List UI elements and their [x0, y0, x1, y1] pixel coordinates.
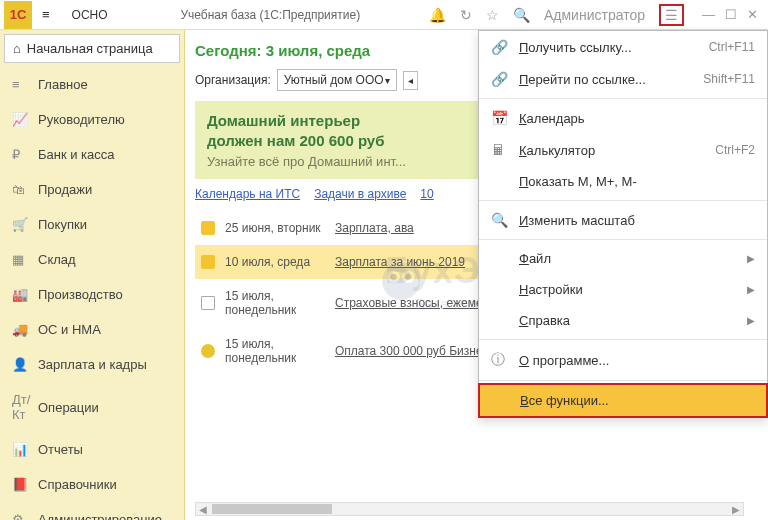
start-page-label: Начальная страница [27, 41, 153, 56]
sidebar-item[interactable]: ▦Склад [0, 242, 184, 277]
sidebar: ⌂ Начальная страница ≡Главное📈Руководите… [0, 30, 185, 520]
menu-item[interactable]: Показать M, M+, M- [479, 166, 767, 197]
menu-item-shortcut: Ctrl+F11 [709, 40, 755, 54]
task-status-icon [201, 255, 215, 269]
star-icon[interactable]: ☆ [486, 7, 499, 23]
menu-separator [479, 200, 767, 201]
window-title: Учебная база (1С:Предприятие) [120, 8, 421, 22]
sidebar-item-label: Производство [38, 287, 123, 302]
service-menu-button[interactable]: ☰ [659, 4, 684, 26]
close-icon[interactable]: ✕ [747, 7, 758, 22]
sidebar-item[interactable]: 📊Отчеты [0, 432, 184, 467]
sidebar-item[interactable]: ≡Главное [0, 67, 184, 102]
menu-item[interactable]: 🔗Перейти по ссылке...Shift+F11 [479, 63, 767, 95]
sidebar-item[interactable]: 🛒Покупки [0, 207, 184, 242]
scroll-left-icon[interactable]: ◀ [196, 504, 210, 515]
mode-label: ОСНО [60, 8, 120, 22]
sidebar-item-label: Покупки [38, 217, 87, 232]
chevron-down-icon: ▾ [385, 75, 390, 86]
search-icon[interactable]: 🔍 [513, 7, 530, 23]
menu-separator [479, 380, 767, 381]
menu-item[interactable]: ⓘО программе... [479, 343, 767, 377]
start-page-tab[interactable]: ⌂ Начальная страница [4, 34, 180, 63]
menu-item-icon: 🔗 [491, 39, 507, 55]
sidebar-item-icon: ▦ [12, 252, 28, 267]
horizontal-scrollbar[interactable]: ◀ ▶ [195, 502, 744, 516]
service-dropdown-menu: 🔗Получить ссылку...Ctrl+F11🔗Перейти по с… [478, 30, 768, 418]
link-its-calendar[interactable]: Календарь на ИТС [195, 187, 300, 201]
menu-item-icon: 🖩 [491, 142, 507, 158]
sidebar-item-icon: 🛒 [12, 217, 28, 232]
menu-item-label: Настройки [519, 282, 735, 297]
submenu-arrow-icon: ▶ [747, 253, 755, 264]
menu-item-icon: 📅 [491, 110, 507, 126]
sidebar-item-label: Банк и касса [38, 147, 115, 162]
menu-separator [479, 98, 767, 99]
menu-item-label: Перейти по ссылке... [519, 72, 691, 87]
menu-item-label: Изменить масштаб [519, 213, 755, 228]
sidebar-item-label: Операции [38, 400, 99, 415]
sidebar-item-label: Продажи [38, 182, 92, 197]
sidebar-item-label: Администрирование [38, 512, 162, 520]
scrollbar-thumb[interactable] [212, 504, 332, 514]
menu-item[interactable]: 📅Календарь [479, 102, 767, 134]
organization-select[interactable]: Уютный дом ООО ▾ [277, 69, 397, 91]
sidebar-item[interactable]: Дт/КтОперации [0, 382, 184, 432]
menu-item[interactable]: 🖩КалькуляторCtrl+F2 [479, 134, 767, 166]
menu-item-label: Получить ссылку... [519, 40, 697, 55]
sidebar-item-label: Руководителю [38, 112, 125, 127]
menu-item-label: Файл [519, 251, 735, 266]
history-icon[interactable]: ↻ [460, 7, 472, 23]
menu-item[interactable]: 🔗Получить ссылку...Ctrl+F11 [479, 31, 767, 63]
task-status-icon [201, 296, 215, 310]
sidebar-item-icon: 📈 [12, 112, 28, 127]
sidebar-item-icon: ₽ [12, 147, 28, 162]
menu-item-icon: 🔍 [491, 212, 507, 228]
menu-item-label: Калькулятор [519, 143, 703, 158]
task-link[interactable]: Зарплата, ава [335, 221, 414, 235]
sidebar-item[interactable]: 📈Руководителю [0, 102, 184, 137]
task-date: 15 июля, понедельник [225, 337, 325, 365]
scroll-right-icon[interactable]: ▶ [729, 504, 743, 515]
sidebar-item[interactable]: 🏭Производство [0, 277, 184, 312]
menu-item[interactable]: Справка▶ [479, 305, 767, 336]
maximize-icon[interactable]: ☐ [725, 7, 737, 22]
link-archive-count[interactable]: 10 [420, 187, 433, 201]
sidebar-item[interactable]: 📕Справочники [0, 467, 184, 502]
menu-separator [479, 339, 767, 340]
organization-value: Уютный дом ООО [284, 73, 384, 87]
task-link[interactable]: Зарплата за июнь 2019 [335, 255, 465, 269]
sidebar-item[interactable]: ⚙Администрирование [0, 502, 184, 520]
task-status-icon [201, 344, 215, 358]
sidebar-item[interactable]: 🚚ОС и НМА [0, 312, 184, 347]
user-label[interactable]: Администратор [544, 7, 645, 23]
menu-item-label: Календарь [519, 111, 755, 126]
menu-item-label: Справка [519, 313, 735, 328]
sidebar-item-label: ОС и НМА [38, 322, 101, 337]
sidebar-item-label: Главное [38, 77, 88, 92]
menu-item-label: Показать M, M+, M- [519, 174, 755, 189]
organization-label: Организация: [195, 73, 271, 87]
menu-item-label: О программе... [519, 353, 755, 368]
main-menu-icon[interactable]: ≡ [32, 7, 60, 22]
sidebar-item-icon: Дт/Кт [12, 392, 28, 422]
menu-item[interactable]: Все функции... [478, 383, 768, 418]
link-archive-tasks[interactable]: Задачи в архиве [314, 187, 406, 201]
sidebar-item[interactable]: ₽Банк и касса [0, 137, 184, 172]
bell-icon[interactable]: 🔔 [429, 7, 446, 23]
submenu-arrow-icon: ▶ [747, 284, 755, 295]
menu-item[interactable]: 🔍Изменить масштаб [479, 204, 767, 236]
task-date: 15 июля, понедельник [225, 289, 325, 317]
sidebar-item-icon: 🚚 [12, 322, 28, 337]
sidebar-item-label: Зарплата и кадры [38, 357, 147, 372]
minimize-icon[interactable]: — [702, 7, 715, 22]
menu-item-shortcut: Ctrl+F2 [715, 143, 755, 157]
sidebar-item-icon: 👤 [12, 357, 28, 372]
sidebar-item[interactable]: 👤Зарплата и кадры [0, 347, 184, 382]
sidebar-item[interactable]: 🛍Продажи [0, 172, 184, 207]
organization-nav-button[interactable]: ◂ [403, 71, 418, 90]
menu-item[interactable]: Настройки▶ [479, 274, 767, 305]
menu-item[interactable]: Файл▶ [479, 243, 767, 274]
sidebar-item-icon: 🏭 [12, 287, 28, 302]
sidebar-item-icon: 📊 [12, 442, 28, 457]
